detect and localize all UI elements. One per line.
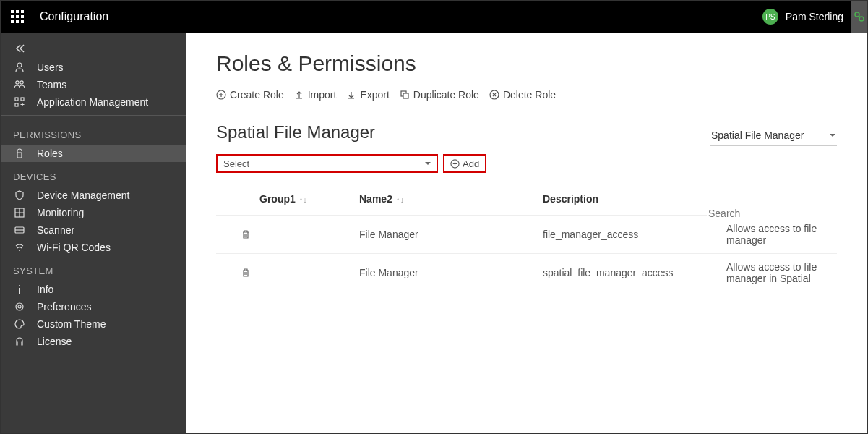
palette-icon <box>13 319 26 329</box>
svg-point-20 <box>19 285 20 286</box>
svg-point-19 <box>19 250 20 251</box>
sidebar-item-users[interactable]: Users <box>1 59 186 76</box>
page-title: Roles & Permissions <box>216 51 837 76</box>
sidebar-item-teams[interactable]: Teams <box>1 76 186 93</box>
sidebar-item-label: Info <box>37 284 53 295</box>
sidebar-item-label: Device Management <box>37 190 129 201</box>
search-field-wrap <box>707 203 837 224</box>
gear-icon <box>13 302 26 312</box>
sidebar-item-monitoring[interactable]: Monitoring <box>1 204 186 221</box>
sidebar-item-label: License <box>37 336 72 347</box>
export-button[interactable]: Export <box>346 89 389 101</box>
trash-icon[interactable] <box>241 229 348 239</box>
apps-small-icon <box>13 97 26 107</box>
svg-rect-26 <box>403 93 408 98</box>
section-header-system: SYSTEM <box>1 256 186 281</box>
sidebar-item-label: Roles <box>37 148 63 159</box>
username: Pam Sterling <box>786 11 843 22</box>
sidebar-item-custom-theme[interactable]: Custom Theme <box>1 315 186 333</box>
svg-point-22 <box>16 303 23 310</box>
svg-point-11 <box>17 63 22 67</box>
search-input[interactable] <box>707 203 837 224</box>
svg-rect-1 <box>16 10 19 13</box>
grid-icon <box>13 208 26 218</box>
upload-icon <box>294 90 304 100</box>
svg-rect-5 <box>21 15 24 18</box>
divider <box>1 115 186 116</box>
sidebar-item-label: Scanner <box>37 224 74 236</box>
permission-select[interactable]: Select <box>216 154 438 173</box>
apps-icon[interactable] <box>11 10 24 23</box>
sort-icon: ↑↓ <box>297 195 307 204</box>
svg-point-13 <box>20 81 23 84</box>
col-name[interactable]: Name2 ↑↓ <box>353 186 537 216</box>
download-icon <box>346 90 356 100</box>
sidebar-item-label: Wi-Fi QR Codes <box>37 242 111 253</box>
sidebar-item-roles[interactable]: Roles <box>1 145 186 162</box>
sidebar-item-info[interactable]: Info <box>1 281 186 298</box>
svg-rect-8 <box>21 20 24 23</box>
scanner-icon <box>13 225 26 235</box>
toolbar: Create Role Import Export Duplicate Role… <box>216 89 837 101</box>
sidebar-item-scanner[interactable]: Scanner <box>1 221 186 239</box>
section-header-devices: DEVICES <box>1 162 186 187</box>
svg-point-12 <box>16 81 19 84</box>
duplicate-role-button[interactable]: Duplicate Role <box>400 89 479 101</box>
svg-rect-4 <box>16 15 19 18</box>
collapse-sidebar-icon[interactable] <box>1 38 186 59</box>
sidebar-item-app-management[interactable]: Application Management <box>1 93 186 111</box>
col-description[interactable]: Description <box>537 186 721 216</box>
svg-rect-6 <box>11 20 14 23</box>
sidebar-item-preferences[interactable]: Preferences <box>1 298 186 315</box>
role-dropdown[interactable]: Spatial File Manager <box>710 125 837 146</box>
trash-icon[interactable] <box>241 268 348 278</box>
sidebar-item-label: Users <box>37 61 64 73</box>
x-circle-icon <box>489 90 499 100</box>
plus-circle-icon <box>216 90 226 100</box>
add-button[interactable]: Add <box>443 154 486 173</box>
svg-rect-3 <box>11 15 14 18</box>
svg-point-23 <box>18 305 21 308</box>
side-panel-toggle[interactable] <box>851 1 867 33</box>
svg-rect-2 <box>21 10 24 13</box>
delete-role-button[interactable]: Delete Role <box>489 89 556 101</box>
create-role-button[interactable]: Create Role <box>216 89 284 101</box>
svg-rect-15 <box>21 98 24 101</box>
lock-icon <box>13 148 26 158</box>
role-dropdown-value: Spatial File Manager <box>710 125 837 146</box>
svg-rect-0 <box>11 10 14 13</box>
import-button[interactable]: Import <box>294 89 337 101</box>
sidebar-item-label: Preferences <box>37 301 91 312</box>
svg-rect-14 <box>15 98 18 101</box>
sidebar-item-label: Teams <box>37 79 66 90</box>
sidebar-item-label: Custom Theme <box>37 318 106 330</box>
table-row: File Manager spatial_file_manager_access… <box>216 254 837 292</box>
control-row: Select Add <box>216 154 837 173</box>
section-header-permissions: PERMISSIONS <box>1 120 186 145</box>
avatar[interactable]: PS <box>762 9 778 25</box>
wifi-icon <box>13 242 26 252</box>
sidebar-item-license[interactable]: License <box>1 333 186 350</box>
permissions-table: Group1 ↑↓ Name2 ↑↓ Description File Mana… <box>216 186 837 292</box>
user-icon <box>13 62 26 72</box>
svg-rect-21 <box>19 288 20 294</box>
app-title: Configuration <box>40 10 762 23</box>
sidebar-item-wifi-qr[interactable]: Wi-Fi QR Codes <box>1 239 186 256</box>
info-icon <box>13 284 26 294</box>
main-content: Roles & Permissions Create Role Import E… <box>186 33 867 433</box>
svg-rect-16 <box>15 103 18 106</box>
topbar: Configuration PS Pam Sterling <box>1 1 867 33</box>
sidebar-item-label: Application Management <box>37 96 148 108</box>
col-group[interactable]: Group1 ↑↓ <box>216 186 353 216</box>
sort-icon: ↑↓ <box>394 195 404 204</box>
sidebar-item-label: Monitoring <box>37 207 84 218</box>
sidebar: Users Teams Application Management PERMI… <box>1 33 186 433</box>
team-icon <box>13 80 26 90</box>
copy-icon <box>400 90 410 100</box>
shield-icon <box>13 190 26 200</box>
sidebar-item-device-management[interactable]: Device Management <box>1 187 186 204</box>
headset-icon <box>13 336 26 346</box>
svg-rect-7 <box>16 20 19 23</box>
plus-circle-icon <box>450 159 460 169</box>
